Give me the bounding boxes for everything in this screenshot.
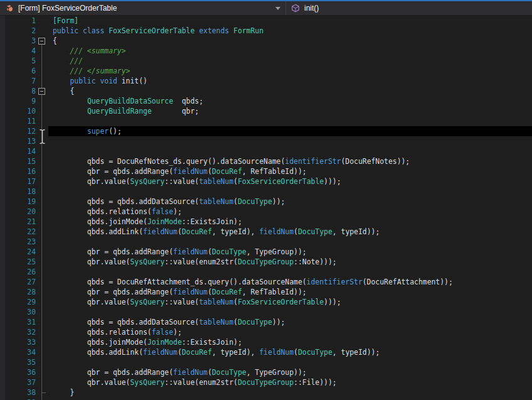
scope-dropdown[interactable]: [Form] FoxServiceOrderTable	[0, 1, 286, 15]
code-text[interactable]: qbr.value(SysQuery::value(tableNum(FoxSe…	[53, 297, 341, 307]
line-number[interactable]: 35	[0, 357, 36, 367]
line-number[interactable]: 33	[0, 337, 36, 347]
line-number[interactable]: 14	[0, 146, 36, 156]
code-line[interactable]: 9 QueryBuildDataSource qbds;	[0, 96, 532, 106]
line-number[interactable]: 12	[0, 126, 36, 136]
code-line[interactable]: 32 qbds.relations(false);	[0, 327, 532, 337]
code-line[interactable]: 3{	[0, 36, 532, 46]
code-text[interactable]: [Form]	[53, 16, 78, 26]
code-text[interactable]: qbr = qbds.addRange(fieldNum(DocuRef, Re…	[53, 287, 307, 297]
code-line[interactable]: 26	[0, 267, 532, 277]
code-line[interactable]: 13	[0, 136, 532, 146]
line-number[interactable]: 25	[0, 257, 36, 267]
chevron-down-icon[interactable]	[275, 7, 280, 10]
line-number[interactable]: 2	[0, 26, 36, 36]
code-text[interactable]: qbds.addLink(fieldNum(DocuRef, typeId), …	[53, 347, 380, 357]
code-line[interactable]: 10 QueryBuildRange qbr;	[0, 106, 532, 116]
fold-collapse-toggle[interactable]: −	[38, 38, 45, 45]
line-number[interactable]: 24	[0, 247, 36, 257]
line-number[interactable]: 38	[0, 387, 36, 397]
code-line[interactable]: 25 qbr.value(SysQuery::value(enum2str(Do…	[0, 257, 532, 267]
code-line[interactable]: 5 ///	[0, 56, 532, 66]
line-number[interactable]: 21	[0, 217, 36, 227]
code-line[interactable]: 34 qbds.addLink(fieldNum(DocuRef, typeId…	[0, 347, 532, 357]
line-number[interactable]: 19	[0, 197, 36, 207]
code-text[interactable]: qbds.relations(false);	[53, 327, 182, 337]
code-text[interactable]: qbds = DocuRefAttachment_ds.query().data…	[53, 277, 453, 287]
code-text[interactable]: qbds.joinMode(JoinMode::ExistsJoin);	[53, 337, 242, 347]
code-text[interactable]: qbds = qbds.addDataSource(tableNum(DocuT…	[53, 317, 285, 327]
code-line[interactable]: 28 qbr = qbds.addRange(fieldNum(DocuRef,…	[0, 287, 532, 297]
line-number[interactable]: 20	[0, 207, 36, 217]
line-number[interactable]: 32	[0, 327, 36, 337]
code-line[interactable]: 15 qbds = DocuRefNotes_ds.query().dataSo…	[0, 156, 532, 166]
line-number[interactable]: 5	[0, 56, 36, 66]
line-number[interactable]: 37	[0, 377, 36, 387]
line-number[interactable]: 36	[0, 367, 36, 377]
code-line[interactable]: 1[Form]	[0, 16, 532, 26]
line-number[interactable]: 8	[0, 86, 36, 96]
code-text[interactable]: qbds = DocuRefNotes_ds.query().dataSourc…	[53, 156, 410, 166]
code-line[interactable]: 7 public void init()	[0, 76, 532, 86]
code-text[interactable]: qbr.value(SysQuery::value(enum2str(DocuT…	[53, 377, 337, 387]
code-text[interactable]: qbr.value(SysQuery::value(enum2str(DocuT…	[53, 257, 337, 267]
code-text[interactable]: {	[53, 36, 57, 46]
line-number[interactable]: 18	[0, 186, 36, 197]
line-number[interactable]: 39	[0, 397, 36, 400]
code-text[interactable]: super();	[53, 126, 122, 136]
code-text[interactable]: QueryBuildRange qbr;	[53, 106, 199, 116]
code-text[interactable]: qbds.addLink(fieldNum(DocuRef, typeId), …	[53, 227, 380, 237]
code-line[interactable]: 16 qbr = qbds.addRange(fieldNum(DocuRef,…	[0, 166, 532, 176]
code-line[interactable]: 29 qbr.value(SysQuery::value(tableNum(Fo…	[0, 297, 532, 307]
line-number[interactable]: 34	[0, 347, 36, 357]
code-text[interactable]: qbr = qbds.addRange(fieldNum(DocuRef, Re…	[53, 166, 307, 176]
line-number[interactable]: 28	[0, 287, 36, 297]
line-number[interactable]: 10	[0, 106, 36, 116]
code-line[interactable]: 18	[0, 186, 532, 197]
code-text[interactable]: public void init()	[53, 76, 147, 86]
code-line[interactable]: 38 }	[0, 387, 532, 397]
code-editor[interactable]: 1[Form]2public class FoxServiceOrderTabl…	[0, 16, 532, 400]
code-text[interactable]: qbds.relations(false);	[53, 207, 182, 217]
code-line[interactable]: 2public class FoxServiceOrderTable exten…	[0, 26, 532, 36]
line-number[interactable]: 31	[0, 317, 36, 327]
code-text[interactable]: qbr = qbds.addRange(fieldNum(DocuType, T…	[53, 247, 307, 257]
code-line[interactable]: 31 qbds = qbds.addDataSource(tableNum(Do…	[0, 317, 532, 327]
code-line[interactable]: 37 qbr.value(SysQuery::value(enum2str(Do…	[0, 377, 532, 387]
line-number[interactable]: 7	[0, 76, 36, 86]
member-dropdown[interactable]: init()	[286, 1, 532, 15]
line-number[interactable]: 6	[0, 66, 36, 76]
code-text[interactable]: ///	[53, 56, 83, 66]
code-line[interactable]: 17 qbr.value(SysQuery::value(tableNum(Fo…	[0, 176, 532, 186]
code-line[interactable]: 23	[0, 237, 532, 247]
code-text[interactable]: qbr = qbds.addRange(fieldNum(DocuType, T…	[53, 367, 307, 377]
code-text[interactable]: qbds = qbds.addDataSource(tableNum(DocuT…	[53, 197, 285, 207]
line-number[interactable]: 13	[0, 136, 36, 146]
code-line[interactable]: 35	[0, 357, 532, 367]
code-text[interactable]: qbr.value(SysQuery::value(tableNum(FoxSe…	[53, 176, 341, 186]
code-line[interactable]: 14	[0, 146, 532, 156]
code-line[interactable]: 21 qbds.joinMode(JoinMode::ExistsJoin);	[0, 217, 532, 227]
code-text[interactable]: }	[53, 387, 74, 397]
code-line[interactable]: 36 qbr = qbds.addRange(fieldNum(DocuType…	[0, 367, 532, 377]
code-line[interactable]: 30	[0, 307, 532, 317]
code-line[interactable]: 11	[0, 116, 532, 126]
code-line[interactable]: 6 /// </summary>	[0, 66, 532, 76]
line-number[interactable]: 1	[0, 16, 36, 26]
code-text[interactable]: QueryBuildDataSource qbds;	[53, 96, 203, 106]
line-number[interactable]: 26	[0, 267, 36, 277]
line-number[interactable]: 29	[0, 297, 36, 307]
code-line[interactable]: 33 qbds.joinMode(JoinMode::ExistsJoin);	[0, 337, 532, 347]
code-text[interactable]: /// <summary>	[53, 46, 126, 56]
line-number[interactable]: 3	[0, 36, 36, 46]
code-line[interactable]: 24 qbr = qbds.addRange(fieldNum(DocuType…	[0, 247, 532, 257]
code-line[interactable]: 22 qbds.addLink(fieldNum(DocuRef, typeId…	[0, 227, 532, 237]
code-text[interactable]: {	[53, 86, 74, 96]
line-number[interactable]: 16	[0, 166, 36, 176]
line-number[interactable]: 17	[0, 176, 36, 186]
line-number[interactable]: 27	[0, 277, 36, 287]
code-line[interactable]: 39	[0, 397, 532, 400]
code-line[interactable]: 12 super();	[0, 126, 532, 136]
line-number[interactable]: 4	[0, 46, 36, 56]
code-line[interactable]: 19 qbds = qbds.addDataSource(tableNum(Do…	[0, 197, 532, 207]
